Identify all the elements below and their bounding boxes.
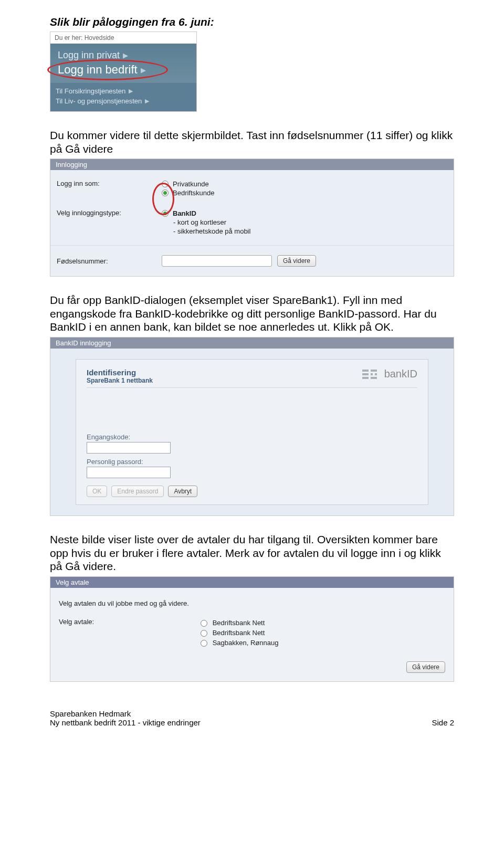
- label-engangskode: Engangskode:: [87, 433, 417, 441]
- bankid-logo-icon: [362, 370, 380, 379]
- avtale-option-1-label: Bedriftsbank Nett: [213, 619, 265, 627]
- pension-link[interactable]: Til Liv- og pensjonstjenesten ▶: [56, 96, 191, 106]
- radio-bankid[interactable]: BankID: [162, 209, 447, 218]
- chevron-right-icon: ▶: [129, 88, 133, 94]
- insurance-link[interactable]: Til Forsikringstjenesten ▶: [56, 86, 191, 96]
- radio-icon: [201, 630, 207, 637]
- avtale-option-2[interactable]: Bedriftsbank Nett: [201, 628, 278, 638]
- footer-line2: Ny nettbank bedrift 2011 - viktige endri…: [50, 718, 201, 727]
- radio-bedriftskunde-label: Bedriftskunde: [173, 189, 215, 197]
- bankid-titlebar: BankID innlogging: [50, 338, 454, 349]
- page-number: Side 2: [432, 718, 454, 727]
- bankid-identifisering-label: Identifisering: [87, 368, 153, 377]
- velg-avtale-titlebar: Velg avtale: [50, 577, 454, 588]
- radio-privatkunde[interactable]: Privatkunde: [162, 180, 447, 188]
- opt-mobil: - sikkerhetskode på mobil: [162, 227, 447, 236]
- radio-bankid-label: BankID: [173, 209, 196, 217]
- avbryt-button[interactable]: Avbryt: [168, 486, 197, 497]
- fodselsnummer-input[interactable]: [162, 255, 272, 267]
- innlogging-titlebar: Innlogging: [50, 159, 454, 170]
- bankid-dialog: Identifisering SpareBank 1 nettbank bank…: [76, 359, 428, 505]
- radio-icon: [201, 620, 207, 627]
- bankid-logo-text: bankID: [384, 368, 417, 380]
- endre-passord-button[interactable]: Endre passord: [111, 486, 164, 497]
- login-bedrift-label: Logg inn bedrift: [58, 63, 138, 77]
- velg-avtale-panel: Velg avtale Velg avtalen du vil jobbe me…: [50, 576, 454, 682]
- login-menu-main: Logg inn privat ▶ Logg inn bedrift ▶: [50, 44, 196, 83]
- footer-line1: Sparebanken Hedmark: [50, 709, 201, 718]
- label-velg-avtale: Velg avtale:: [59, 618, 201, 648]
- gaa-videre-button[interactable]: Gå videre: [277, 255, 316, 267]
- avtale-gaa-videre-button[interactable]: Gå videre: [406, 661, 445, 673]
- ok-button[interactable]: OK: [87, 486, 107, 497]
- body-paragraph-3: Neste bilde viser liste over de avtaler …: [50, 533, 454, 573]
- opt-kortleser-label: - kort og kortleser: [173, 218, 226, 226]
- radio-privatkunde-label: Privatkunde: [173, 180, 209, 188]
- login-privat-label: Logg inn privat: [58, 50, 120, 61]
- document-heading: Slik blir påloggingen fra 6. juni:: [50, 16, 454, 28]
- chevron-right-icon: ▶: [123, 51, 128, 59]
- innlogging-panel: Innlogging Logg inn som: Privatkunde Bed…: [50, 159, 454, 277]
- avtale-option-3[interactable]: Sagbakken, Rønnaug: [201, 638, 278, 648]
- passord-input[interactable]: [87, 467, 171, 478]
- label-innloggingstype: Velg innloggingstype:: [57, 209, 162, 217]
- velg-avtale-intro: Velg avtalen du vil jobbe med og gå vide…: [59, 599, 445, 607]
- radio-selected-icon: [162, 189, 169, 196]
- body-paragraph-2: Du får opp BankID-dialogen (eksemplet vi…: [50, 293, 454, 334]
- bankid-panel: BankID innlogging Identifisering SpareBa…: [50, 337, 454, 516]
- label-fodselsnummer: Fødselsnummer:: [57, 257, 162, 265]
- chevron-right-icon: ▶: [145, 98, 149, 104]
- opt-kortleser: - kort og kortleser: [162, 218, 447, 227]
- chevron-right-icon: ▶: [141, 66, 146, 74]
- insurance-link-label: Til Forsikringstjenesten: [56, 87, 125, 95]
- label-personlig-passord: Personlig passord:: [87, 458, 417, 466]
- radio-icon: [162, 181, 169, 187]
- bankid-bankname-label: SpareBank 1 nettbank: [87, 377, 153, 384]
- label-logg-inn-som: Logg inn som:: [57, 180, 162, 187]
- login-menu-screenshot: Du er her: Hovedside Logg inn privat ▶ L…: [50, 31, 197, 112]
- login-privat-button[interactable]: Logg inn privat ▶: [58, 49, 189, 62]
- breadcrumb: Du er her: Hovedside: [50, 32, 196, 44]
- login-menu-links: Til Forsikringstjenesten ▶ Til Liv- og p…: [50, 83, 196, 111]
- radio-icon: [201, 640, 207, 647]
- avtale-option-3-label: Sagbakken, Rønnaug: [213, 639, 279, 647]
- radio-bedriftskunde[interactable]: Bedriftskunde: [162, 188, 447, 197]
- bankid-logo: bankID: [362, 368, 417, 380]
- radio-selected-icon: [162, 210, 169, 217]
- login-bedrift-button[interactable]: Logg inn bedrift ▶: [58, 62, 189, 78]
- avtale-option-1[interactable]: Bedriftsbank Nett: [201, 618, 278, 628]
- engangskode-input[interactable]: [87, 442, 171, 454]
- opt-mobil-label: - sikkerhetskode på mobil: [173, 227, 250, 235]
- body-paragraph-1: Du kommer videre til dette skjermbildet.…: [50, 129, 454, 155]
- page-footer: Sparebanken Hedmark Ny nettbank bedrift …: [50, 709, 454, 727]
- avtale-option-2-label: Bedriftsbank Nett: [213, 629, 265, 637]
- pension-link-label: Til Liv- og pensjonstjenesten: [56, 97, 142, 105]
